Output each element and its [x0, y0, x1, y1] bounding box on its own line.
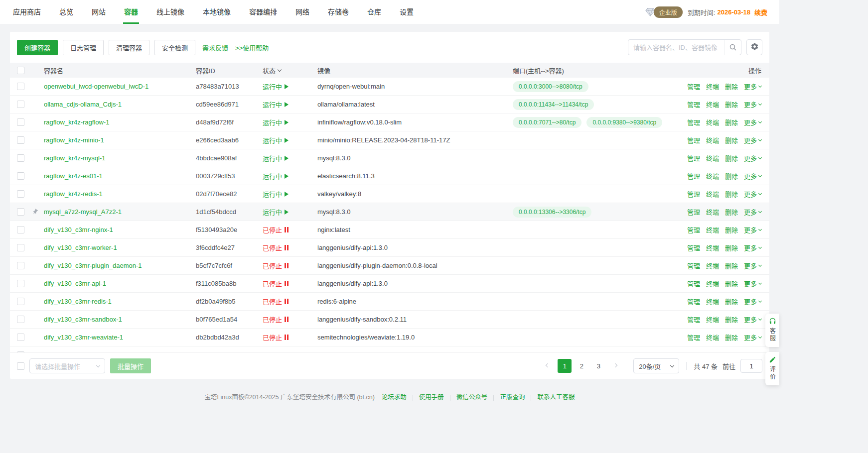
- delete-action[interactable]: 删除: [725, 82, 738, 91]
- page-button[interactable]: 2: [575, 359, 588, 373]
- manage-action[interactable]: 管理: [687, 225, 700, 234]
- manage-action[interactable]: 管理: [687, 153, 700, 163]
- settings-button[interactable]: [746, 39, 762, 55]
- manage-action[interactable]: 管理: [687, 135, 700, 145]
- row-checkbox[interactable]: [17, 262, 24, 269]
- terminal-action[interactable]: 终端: [706, 350, 719, 352]
- delete-action[interactable]: 删除: [725, 243, 738, 252]
- more-action[interactable]: 更多: [744, 261, 761, 270]
- batch-operation-button[interactable]: 批量操作: [110, 358, 151, 373]
- manage-action[interactable]: 管理: [687, 315, 700, 324]
- goto-page-input[interactable]: [740, 359, 762, 373]
- create-container-button[interactable]: 创建容器: [17, 40, 58, 55]
- delete-action[interactable]: 删除: [725, 279, 738, 288]
- container-name-link[interactable]: openwebui_iwcd-openwebui_iwcD-1: [44, 83, 148, 90]
- rate-widget[interactable]: 评价: [765, 352, 779, 385]
- more-action[interactable]: 更多: [744, 315, 761, 324]
- more-action[interactable]: 更多: [744, 333, 761, 342]
- clean-containers-button[interactable]: 清理容器: [109, 40, 149, 55]
- log-management-button[interactable]: 日志管理: [63, 40, 104, 55]
- batch-operation-select[interactable]: 请选择批量操作: [29, 358, 105, 373]
- container-name-link[interactable]: ollama_cdjs-ollama_Cdjs-1: [44, 101, 122, 108]
- container-name-link[interactable]: dify_v130_c3mr-sandbox-1: [44, 316, 122, 323]
- security-check-button[interactable]: 安全检测: [154, 40, 195, 55]
- nav-tab[interactable]: 设置: [399, 0, 415, 24]
- more-action[interactable]: 更多: [744, 243, 761, 252]
- terminal-action[interactable]: 终端: [706, 333, 719, 342]
- container-name-link[interactable]: dify_v130_c3mr-plugin_daemon-1: [44, 262, 142, 269]
- terminal-action[interactable]: 终端: [706, 279, 719, 288]
- terminal-action[interactable]: 终端: [706, 243, 719, 252]
- terminal-action[interactable]: 终端: [706, 117, 719, 127]
- page-size-select[interactable]: 20条/页: [633, 358, 679, 373]
- more-action[interactable]: 更多: [744, 207, 761, 217]
- container-name-link[interactable]: ragflow_kr4z-ragflow-1: [44, 118, 110, 126]
- manage-action[interactable]: 管理: [687, 82, 700, 91]
- container-name-link[interactable]: ragflow_kr4z-es01-1: [44, 172, 103, 180]
- help-link[interactable]: >>使用帮助: [235, 43, 269, 52]
- more-action[interactable]: 更多: [744, 82, 761, 91]
- more-action[interactable]: 更多: [744, 153, 761, 163]
- batch-select-all-checkbox[interactable]: [17, 362, 24, 370]
- container-name-link[interactable]: ragflow_kr4z-mysql-1: [44, 154, 106, 162]
- next-page-button[interactable]: [608, 359, 622, 373]
- nav-tab[interactable]: 总览: [58, 0, 74, 24]
- delete-action[interactable]: 删除: [725, 171, 738, 181]
- more-action[interactable]: 更多: [744, 297, 761, 306]
- container-name-link[interactable]: dify_v130_c3mr-worker-1: [44, 244, 117, 251]
- row-checkbox[interactable]: [17, 136, 24, 144]
- container-name-link[interactable]: dify_v130_c3mr-web-1: [44, 351, 110, 352]
- nav-tab[interactable]: 线上镜像: [155, 0, 185, 24]
- row-checkbox[interactable]: [17, 154, 24, 162]
- nav-tab[interactable]: 存储卷: [327, 0, 350, 24]
- row-checkbox[interactable]: [17, 190, 24, 198]
- footer-link[interactable]: 论坛求助: [382, 394, 407, 401]
- feedback-link[interactable]: 需求反馈: [202, 43, 228, 52]
- row-checkbox[interactable]: [17, 101, 24, 108]
- delete-action[interactable]: 删除: [725, 261, 738, 270]
- more-action[interactable]: 更多: [744, 171, 761, 181]
- container-name-link[interactable]: ragflow_kr4z-redis-1: [44, 190, 103, 198]
- manage-action[interactable]: 管理: [687, 207, 700, 217]
- terminal-action[interactable]: 终端: [706, 171, 719, 181]
- nav-tab[interactable]: 容器: [123, 0, 139, 24]
- manage-action[interactable]: 管理: [687, 243, 700, 252]
- more-action[interactable]: 更多: [744, 100, 761, 109]
- delete-action[interactable]: 删除: [725, 297, 738, 306]
- terminal-action[interactable]: 终端: [706, 189, 719, 199]
- delete-action[interactable]: 删除: [725, 315, 738, 324]
- terminal-action[interactable]: 终端: [706, 297, 719, 306]
- footer-link[interactable]: 正版查询: [500, 394, 525, 401]
- terminal-action[interactable]: 终端: [706, 261, 719, 270]
- delete-action[interactable]: 删除: [725, 225, 738, 234]
- manage-action[interactable]: 管理: [687, 189, 700, 199]
- terminal-action[interactable]: 终端: [706, 100, 719, 109]
- nav-tab[interactable]: 应用商店: [12, 0, 42, 24]
- manage-action[interactable]: 管理: [687, 350, 700, 352]
- nav-tab[interactable]: 仓库: [366, 0, 382, 24]
- row-checkbox[interactable]: [17, 316, 24, 323]
- terminal-action[interactable]: 终端: [706, 207, 719, 217]
- container-name-link[interactable]: mysql_a7z2-mysql_A7z2-1: [44, 208, 122, 216]
- row-checkbox[interactable]: [17, 298, 24, 305]
- manage-action[interactable]: 管理: [687, 117, 700, 127]
- terminal-action[interactable]: 终端: [706, 315, 719, 324]
- support-widget[interactable]: 客服: [765, 314, 779, 347]
- search-input[interactable]: [628, 44, 724, 51]
- delete-action[interactable]: 删除: [725, 100, 738, 109]
- manage-action[interactable]: 管理: [687, 297, 700, 306]
- delete-action[interactable]: 删除: [725, 350, 738, 352]
- nav-tab[interactable]: 本地镜像: [202, 0, 232, 24]
- container-name-link[interactable]: dify_v130_c3mr-weaviate-1: [44, 334, 123, 341]
- delete-action[interactable]: 删除: [725, 117, 738, 127]
- select-all-checkbox[interactable]: [17, 67, 24, 74]
- manage-action[interactable]: 管理: [687, 261, 700, 270]
- more-action[interactable]: 更多: [744, 135, 761, 145]
- row-checkbox[interactable]: [17, 226, 24, 233]
- row-checkbox[interactable]: [17, 118, 24, 126]
- terminal-action[interactable]: 终端: [706, 153, 719, 163]
- terminal-action[interactable]: 终端: [706, 82, 719, 91]
- nav-tab[interactable]: 容器编排: [248, 0, 278, 24]
- row-checkbox[interactable]: [17, 83, 24, 90]
- container-name-link[interactable]: dify_v130_c3mr-nginx-1: [44, 226, 113, 233]
